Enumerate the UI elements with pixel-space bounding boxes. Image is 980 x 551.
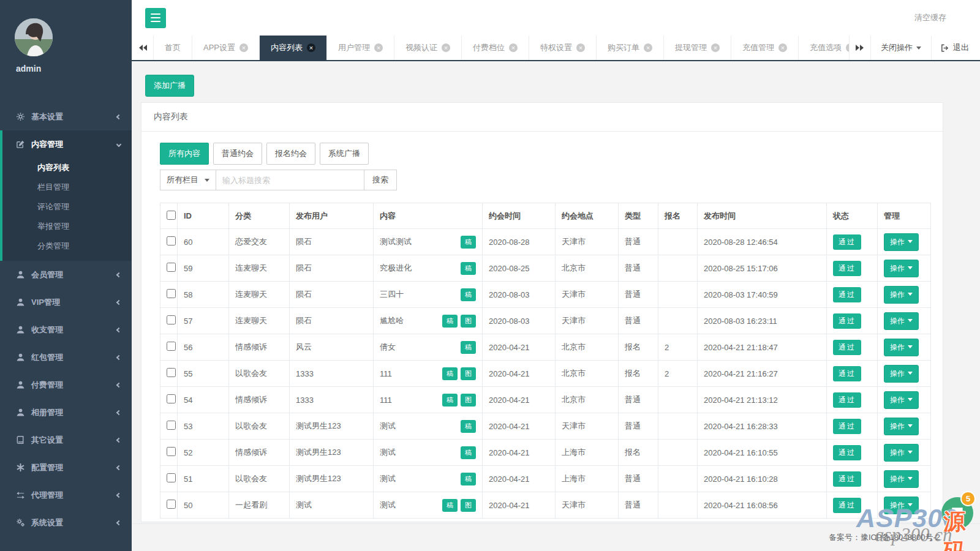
row-action-dropdown[interactable]: 操作 — [884, 444, 919, 462]
avatar[interactable] — [15, 18, 53, 56]
cell-content: 111稿图 — [374, 387, 483, 413]
floating-service-button[interactable]: 5 — [941, 497, 973, 529]
tabs-scroll-left-button[interactable] — [132, 36, 154, 60]
sidebar-item[interactable]: 付费管理 — [0, 371, 132, 399]
logout-button[interactable]: 退出 — [931, 36, 980, 60]
tab-close-icon[interactable]: × — [576, 43, 585, 52]
filter-button[interactable]: 报名约会 — [266, 143, 315, 165]
tab[interactable]: 首页 — [154, 36, 192, 60]
row-action-dropdown[interactable]: 操作 — [884, 233, 919, 251]
action-label: 操作 — [890, 342, 905, 353]
cell-meet-place: 天津市 — [556, 229, 619, 255]
cell-user: 测试男生123 — [290, 440, 374, 466]
row-action-dropdown[interactable]: 操作 — [884, 418, 919, 435]
sidebar-subitem[interactable]: 举报管理 — [2, 217, 132, 236]
tab-close-icon[interactable]: × — [442, 43, 450, 52]
tab-close-icon[interactable]: × — [239, 43, 248, 52]
close-operations-dropdown[interactable]: 关闭操作 — [871, 36, 931, 60]
cell-id: 60 — [178, 229, 229, 255]
tab-close-icon[interactable]: × — [307, 43, 315, 52]
tab[interactable]: 付费档位× — [462, 36, 529, 60]
attachment-badge: 稿 — [442, 315, 458, 328]
row-checkbox[interactable] — [167, 368, 176, 377]
sidebar-item[interactable]: 会员管理 — [0, 261, 132, 288]
search-button[interactable]: 搜索 — [364, 170, 397, 190]
sidebar-item[interactable]: 内容管理 — [2, 130, 132, 158]
tabs-scroll-right-button[interactable] — [849, 36, 871, 60]
sidebar-subitem[interactable]: 分类管理 — [2, 236, 132, 256]
sidebar-item[interactable]: 其它设置 — [0, 426, 132, 454]
row-action-dropdown[interactable]: 操作 — [884, 312, 919, 330]
tab-close-icon[interactable]: × — [778, 43, 787, 52]
chevron-left-icon — [116, 520, 121, 525]
row-checkbox[interactable] — [167, 421, 176, 430]
filter-button[interactable]: 普通约会 — [213, 143, 262, 165]
cell-type: 普通 — [619, 282, 658, 308]
tab[interactable]: 用户管理× — [327, 36, 394, 60]
tab[interactable]: 购买订单× — [597, 36, 664, 60]
tab[interactable]: 提现管理× — [664, 36, 731, 60]
sidebar-item[interactable]: 相册管理 — [0, 399, 132, 426]
row-checkbox[interactable] — [167, 263, 176, 272]
tab-close-icon[interactable]: × — [509, 43, 518, 52]
tab[interactable]: 充值管理× — [731, 36, 799, 60]
row-action-dropdown[interactable]: 操作 — [884, 286, 919, 304]
tab[interactable]: APP设置× — [192, 36, 260, 60]
tab[interactable]: 视频认证× — [394, 36, 462, 60]
sidebar-item[interactable]: 收支管理 — [0, 316, 132, 343]
caret-down-icon — [908, 477, 913, 482]
row-checkbox[interactable] — [167, 394, 176, 403]
row-checkbox[interactable] — [167, 447, 176, 456]
row-action-dropdown[interactable]: 操作 — [884, 339, 919, 356]
cell-type: 普通 — [619, 229, 658, 255]
row-checkbox[interactable] — [167, 315, 176, 324]
clear-cache-link[interactable]: 清空缓存 — [914, 12, 946, 23]
sidebar-item[interactable]: 基本设置 — [0, 103, 132, 130]
exchange-icon — [15, 490, 25, 500]
sidebar-subitem[interactable]: 栏目管理 — [2, 178, 132, 197]
row-checkbox[interactable] — [167, 342, 176, 351]
filter-button[interactable]: 系统广播 — [320, 143, 369, 165]
chevron-left-icon — [116, 492, 121, 497]
filter-button[interactable]: 所有内容 — [160, 143, 209, 165]
caret-down-icon — [908, 240, 913, 246]
row-action-dropdown[interactable]: 操作 — [884, 260, 919, 277]
tab-close-icon[interactable]: × — [644, 43, 652, 52]
cell-publish-time: 2020-04-21 16:10:55 — [698, 440, 827, 466]
tab[interactable]: 充值选项× — [799, 36, 849, 60]
add-broadcast-button[interactable]: 添加广播 — [145, 75, 194, 97]
row-checkbox[interactable] — [167, 289, 176, 298]
topbar: 清空缓存 — [132, 0, 980, 36]
row-action-dropdown[interactable]: 操作 — [884, 365, 919, 383]
sidebar-subitem[interactable]: 评论管理 — [2, 197, 132, 217]
row-action-dropdown[interactable]: 操作 — [884, 391, 919, 409]
select-all-checkbox[interactable] — [167, 211, 176, 220]
sidebar-item[interactable]: 代理管理 — [0, 481, 132, 509]
sidebar-item[interactable]: 配置管理 — [0, 454, 132, 481]
action-label: 操作 — [890, 500, 905, 511]
cell-user: 测试男生123 — [290, 413, 374, 440]
attachment-badge: 稿 — [461, 420, 476, 433]
sidebar-item[interactable]: 红包管理 — [0, 343, 132, 371]
category-select[interactable]: 所有栏目 — [160, 170, 216, 190]
cell-id: 52 — [178, 440, 229, 466]
sidebar-section: 付费管理 — [0, 371, 132, 399]
cell-id: 55 — [178, 361, 229, 387]
caret-down-icon — [908, 319, 913, 324]
sidebar-subitem[interactable]: 内容列表 — [2, 158, 132, 178]
row-action-dropdown[interactable]: 操作 — [884, 497, 919, 514]
title-search-input[interactable] — [216, 170, 364, 190]
status-badge: 通过 — [833, 498, 861, 513]
tab[interactable]: 特权设置× — [529, 36, 597, 60]
tab[interactable]: 内容列表× — [260, 36, 327, 60]
row-checkbox[interactable] — [167, 500, 176, 509]
sidebar-item[interactable]: VIP管理 — [0, 288, 132, 316]
row-action-dropdown[interactable]: 操作 — [884, 470, 919, 488]
tab-close-icon[interactable]: × — [711, 43, 720, 52]
status-badge: 通过 — [833, 313, 861, 329]
tab-close-icon[interactable]: × — [374, 43, 383, 52]
menu-toggle-button[interactable] — [145, 8, 166, 28]
row-checkbox[interactable] — [167, 473, 176, 482]
sidebar-item[interactable]: 系统设置 — [0, 509, 132, 536]
row-checkbox[interactable] — [167, 236, 176, 246]
